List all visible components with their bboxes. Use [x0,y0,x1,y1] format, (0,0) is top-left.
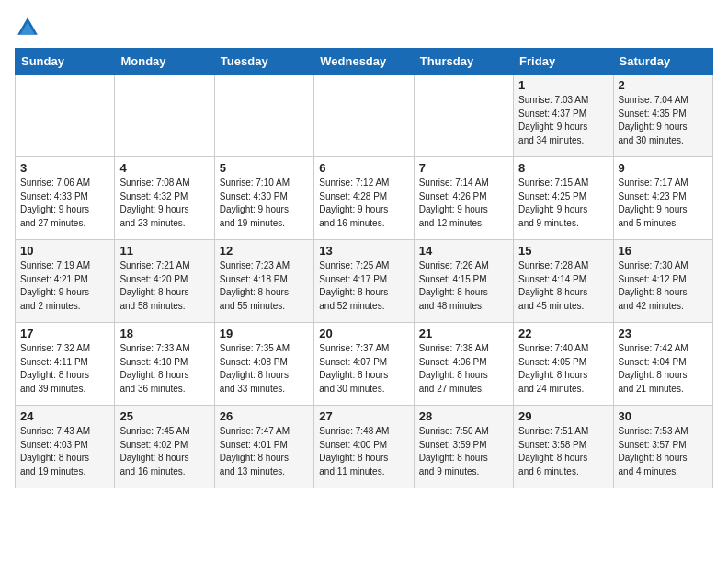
day-info: Sunrise: 7:19 AM Sunset: 4:21 PM Dayligh… [20,259,109,313]
calendar-cell: 11Sunrise: 7:21 AM Sunset: 4:20 PM Dayli… [115,240,214,323]
weekday-header: Sunday [16,49,115,75]
calendar-cell: 22Sunrise: 7:40 AM Sunset: 4:05 PM Dayli… [514,323,613,406]
logo [15,15,44,40]
day-info: Sunrise: 7:30 AM Sunset: 4:12 PM Dayligh… [619,259,708,313]
page-header [15,15,713,40]
calendar-week-row: 24Sunrise: 7:43 AM Sunset: 4:03 PM Dayli… [16,406,713,488]
calendar-table: SundayMondayTuesdayWednesdayThursdayFrid… [15,48,713,488]
day-number: 9 [619,161,708,175]
calendar-cell [214,75,313,157]
day-number: 26 [220,409,309,423]
day-info: Sunrise: 7:15 AM Sunset: 4:25 PM Dayligh… [518,177,608,230]
day-info: Sunrise: 7:43 AM Sunset: 4:03 PM Dayligh… [20,425,109,478]
calendar-cell: 1Sunrise: 7:03 AM Sunset: 4:37 PM Daylig… [514,75,613,157]
day-number: 23 [619,327,708,340]
day-number: 21 [419,327,508,340]
day-number: 13 [319,244,408,258]
day-info: Sunrise: 7:03 AM Sunset: 4:37 PM Dayligh… [518,94,608,147]
calendar-week-row: 17Sunrise: 7:32 AM Sunset: 4:11 PM Dayli… [16,323,713,406]
day-info: Sunrise: 7:28 AM Sunset: 4:14 PM Dayligh… [518,259,608,313]
calendar-cell: 13Sunrise: 7:25 AM Sunset: 4:17 PM Dayli… [314,240,414,323]
weekday-header: Monday [115,49,214,75]
weekday-header: Tuesday [214,49,313,75]
day-info: Sunrise: 7:17 AM Sunset: 4:23 PM Dayligh… [619,177,708,230]
day-number: 2 [619,78,708,92]
day-info: Sunrise: 7:38 AM Sunset: 4:06 PM Dayligh… [419,342,508,396]
calendar-header-row: SundayMondayTuesdayWednesdayThursdayFrid… [16,49,713,75]
calendar-cell: 20Sunrise: 7:37 AM Sunset: 4:07 PM Dayli… [314,323,414,406]
day-number: 3 [20,161,109,175]
calendar-week-row: 1Sunrise: 7:03 AM Sunset: 4:37 PM Daylig… [16,75,713,157]
calendar-cell: 28Sunrise: 7:50 AM Sunset: 3:59 PM Dayli… [414,406,513,488]
day-number: 18 [119,327,209,340]
calendar-cell: 23Sunrise: 7:42 AM Sunset: 4:04 PM Dayli… [613,323,712,406]
calendar-cell: 7Sunrise: 7:14 AM Sunset: 4:26 PM Daylig… [414,157,513,240]
day-info: Sunrise: 7:42 AM Sunset: 4:04 PM Dayligh… [619,342,708,396]
day-number: 30 [619,409,708,423]
calendar-cell: 29Sunrise: 7:51 AM Sunset: 3:58 PM Dayli… [514,406,613,488]
day-info: Sunrise: 7:25 AM Sunset: 4:17 PM Dayligh… [319,259,408,313]
day-info: Sunrise: 7:48 AM Sunset: 4:00 PM Dayligh… [319,425,408,478]
day-number: 17 [20,327,109,340]
calendar-cell: 5Sunrise: 7:10 AM Sunset: 4:30 PM Daylig… [214,157,313,240]
calendar-cell: 24Sunrise: 7:43 AM Sunset: 4:03 PM Dayli… [16,406,115,488]
weekday-header: Thursday [414,49,513,75]
day-number: 15 [518,244,608,258]
calendar-week-row: 10Sunrise: 7:19 AM Sunset: 4:21 PM Dayli… [16,240,713,323]
day-info: Sunrise: 7:32 AM Sunset: 4:11 PM Dayligh… [20,342,109,396]
day-info: Sunrise: 7:23 AM Sunset: 4:18 PM Dayligh… [220,259,309,313]
day-number: 6 [319,161,408,175]
day-number: 20 [319,327,408,340]
day-number: 11 [119,244,209,258]
calendar-cell: 10Sunrise: 7:19 AM Sunset: 4:21 PM Dayli… [16,240,115,323]
calendar-cell: 2Sunrise: 7:04 AM Sunset: 4:35 PM Daylig… [613,75,712,157]
day-info: Sunrise: 7:45 AM Sunset: 4:02 PM Dayligh… [119,425,209,478]
day-number: 12 [220,244,309,258]
day-number: 24 [20,409,109,423]
calendar-cell [115,75,214,157]
calendar-cell: 17Sunrise: 7:32 AM Sunset: 4:11 PM Dayli… [16,323,115,406]
calendar-cell: 27Sunrise: 7:48 AM Sunset: 4:00 PM Dayli… [314,406,414,488]
weekday-header: Friday [514,49,613,75]
calendar-cell: 19Sunrise: 7:35 AM Sunset: 4:08 PM Dayli… [214,323,313,406]
day-number: 8 [518,161,608,175]
weekday-header: Saturday [613,49,712,75]
day-info: Sunrise: 7:12 AM Sunset: 4:28 PM Dayligh… [319,177,408,230]
day-number: 5 [220,161,309,175]
calendar-week-row: 3Sunrise: 7:06 AM Sunset: 4:33 PM Daylig… [16,157,713,240]
day-number: 25 [119,409,209,423]
day-info: Sunrise: 7:50 AM Sunset: 3:59 PM Dayligh… [419,425,508,478]
day-info: Sunrise: 7:14 AM Sunset: 4:26 PM Dayligh… [419,177,508,230]
weekday-header: Wednesday [314,49,414,75]
day-number: 29 [518,409,608,423]
logo-icon [15,15,40,40]
day-info: Sunrise: 7:47 AM Sunset: 4:01 PM Dayligh… [220,425,309,478]
calendar-cell: 6Sunrise: 7:12 AM Sunset: 4:28 PM Daylig… [314,157,414,240]
day-info: Sunrise: 7:51 AM Sunset: 3:58 PM Dayligh… [518,425,608,478]
calendar-cell [16,75,115,157]
calendar-cell: 15Sunrise: 7:28 AM Sunset: 4:14 PM Dayli… [514,240,613,323]
day-info: Sunrise: 7:10 AM Sunset: 4:30 PM Dayligh… [220,177,309,230]
day-number: 4 [119,161,209,175]
calendar-cell: 30Sunrise: 7:53 AM Sunset: 3:57 PM Dayli… [613,406,712,488]
day-info: Sunrise: 7:06 AM Sunset: 4:33 PM Dayligh… [20,177,109,230]
day-number: 19 [220,327,309,340]
day-info: Sunrise: 7:04 AM Sunset: 4:35 PM Dayligh… [619,94,708,147]
day-number: 27 [319,409,408,423]
calendar-cell: 18Sunrise: 7:33 AM Sunset: 4:10 PM Dayli… [115,323,214,406]
calendar-cell: 8Sunrise: 7:15 AM Sunset: 4:25 PM Daylig… [514,157,613,240]
calendar-cell: 9Sunrise: 7:17 AM Sunset: 4:23 PM Daylig… [613,157,712,240]
day-number: 10 [20,244,109,258]
calendar-cell: 14Sunrise: 7:26 AM Sunset: 4:15 PM Dayli… [414,240,513,323]
day-number: 16 [619,244,708,258]
calendar-cell: 12Sunrise: 7:23 AM Sunset: 4:18 PM Dayli… [214,240,313,323]
day-info: Sunrise: 7:26 AM Sunset: 4:15 PM Dayligh… [419,259,508,313]
calendar-cell: 16Sunrise: 7:30 AM Sunset: 4:12 PM Dayli… [613,240,712,323]
day-info: Sunrise: 7:37 AM Sunset: 4:07 PM Dayligh… [319,342,408,396]
day-info: Sunrise: 7:40 AM Sunset: 4:05 PM Dayligh… [518,342,608,396]
calendar-cell [414,75,513,157]
day-info: Sunrise: 7:35 AM Sunset: 4:08 PM Dayligh… [220,342,309,396]
day-number: 22 [518,327,608,340]
day-number: 7 [419,161,508,175]
calendar-cell: 25Sunrise: 7:45 AM Sunset: 4:02 PM Dayli… [115,406,214,488]
